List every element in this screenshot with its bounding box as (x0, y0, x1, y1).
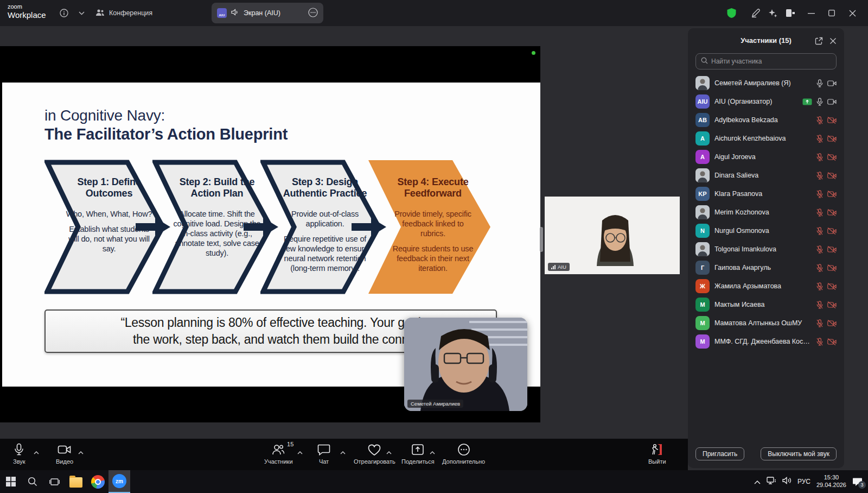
search-input[interactable] (711, 58, 831, 65)
participant-row[interactable]: A Aigul Joroeva (688, 148, 844, 166)
share-screen-icon (411, 443, 424, 457)
invite-button[interactable]: Пригласить (695, 447, 744, 460)
participant-name: Мактым Исаева (714, 301, 812, 308)
participant-search[interactable] (695, 53, 837, 69)
speaker-name-text: AIU (558, 264, 566, 270)
self-video-tile[interactable]: Семетей Амиралиев (404, 318, 527, 411)
participant-name: Жамила Арзыматова (714, 282, 812, 290)
participant-row[interactable]: Tolgonai Imankulova (688, 240, 844, 258)
avatar-initials: N (700, 227, 705, 234)
network-icon[interactable] (767, 477, 776, 487)
step-1-heading: Step 1: Define Outcomes (65, 176, 153, 199)
participant-status (816, 116, 837, 124)
audio-options-chevron[interactable] (34, 447, 39, 457)
participant-row[interactable]: М Маматова Алтынкыз ОшМУ (688, 314, 844, 332)
task-view-icon[interactable] (43, 470, 65, 493)
ai-sparkle-icon[interactable] (765, 5, 781, 21)
popout-window-icon[interactable] (782, 5, 799, 21)
participants-options-chevron[interactable] (297, 447, 303, 457)
participant-row[interactable]: AIU AIU (Организатор) (688, 92, 844, 111)
zoom-app-icon[interactable]: zm (108, 470, 130, 493)
self-name-text: Семетей Амиралиев (411, 401, 460, 407)
participant-status (816, 190, 837, 198)
participant-status (816, 135, 837, 143)
participant-row[interactable]: Ж Жамила Арзыматова (688, 277, 844, 295)
more-button[interactable]: Дополнительно (442, 443, 485, 465)
step-4-heading: Step 4: Execute Feedforward (389, 176, 477, 199)
start-button[interactable] (0, 470, 22, 493)
avatar (695, 205, 710, 219)
camera-status-icon (827, 209, 837, 216)
participant-row[interactable]: A Aichurok Kenzhebaiova (688, 129, 844, 148)
participant-row[interactable]: KP Klara Pasanova (688, 185, 844, 203)
taskbar-clock[interactable]: 15:30 29.04.2026 (816, 474, 846, 489)
chrome-icon[interactable] (87, 470, 108, 493)
leave-button[interactable]: Выйти (648, 443, 666, 465)
avatar: М (695, 334, 710, 349)
annotate-pencil-icon[interactable] (748, 5, 764, 21)
speaker-video-tile[interactable]: AIU (545, 197, 680, 274)
tab-meeting[interactable]: Конференция (95, 5, 152, 21)
participant-row[interactable]: Merim Kozhonova (688, 203, 844, 222)
popout-panel-icon[interactable] (814, 36, 824, 46)
self-video-feed (404, 318, 527, 411)
file-explorer-icon[interactable] (65, 470, 87, 493)
participant-row[interactable]: N Nurgul Osmonova (688, 222, 844, 240)
chat-label: Чат (319, 458, 329, 465)
close-button[interactable] (844, 5, 860, 21)
audio-button[interactable]: Звук (13, 443, 25, 465)
participant-name: Семетей Амиралиев (Я) (714, 79, 812, 87)
close-panel-icon[interactable] (828, 36, 838, 46)
camera-status-icon (827, 320, 837, 327)
participant-row[interactable]: М Мактым Исаева (688, 295, 844, 314)
participant-row[interactable]: AB Adylbekova Bekzada (688, 111, 844, 129)
avatar: AIU (695, 94, 710, 109)
chat-button[interactable]: Чат (317, 443, 330, 465)
notification-count-badge: 3 (858, 481, 866, 489)
avatar: N (695, 224, 710, 238)
maximize-button[interactable] (824, 5, 840, 21)
mic-status-icon (816, 79, 823, 87)
security-shield-icon[interactable] (723, 5, 739, 21)
avatar-initials: Ж (700, 283, 705, 289)
camera-status-icon (827, 283, 837, 290)
info-icon[interactable] (59, 8, 69, 18)
chat-options-chevron[interactable] (340, 447, 346, 457)
react-options-chevron[interactable] (386, 447, 392, 457)
tab-options-icon[interactable] (308, 8, 318, 19)
video-options-chevron[interactable] (78, 447, 84, 457)
participant-row[interactable]: Семетей Амиралиев (Я) (688, 74, 844, 92)
language-indicator[interactable]: РУС (797, 478, 810, 485)
step-4-body1: Provide timely, specific feedback linked… (389, 210, 477, 239)
participant-name: Aigul Joroeva (714, 153, 812, 161)
participant-name: Tolgonai Imankulova (714, 245, 812, 253)
participant-row[interactable]: Dinara Salieva (688, 166, 844, 185)
taskbar-search-icon[interactable] (22, 470, 43, 493)
chevron-down-icon[interactable] (76, 8, 87, 18)
participant-name: Aichurok Kenzhebaiova (714, 135, 812, 142)
avatar-initials: KP (698, 191, 706, 197)
participants-count-badge: 15 (287, 441, 293, 447)
participant-row[interactable]: Г Гаипова Анаргуль (688, 258, 844, 277)
avatar (695, 76, 710, 90)
tray-expand-chevron[interactable] (754, 477, 761, 486)
participant-row[interactable]: М ММФ. СГД. Джеенбаева Космира Аж... (688, 332, 844, 351)
system-tray: РУС 15:30 29.04.2026 3 (754, 474, 868, 489)
tab-screen-share[interactable]: AIU Экран (AIU) (212, 3, 323, 23)
avatar-initials: A (700, 135, 705, 142)
video-button[interactable]: Видео (56, 443, 73, 465)
participant-name: Гаипова Анаргуль (714, 264, 812, 271)
mute-my-audio-button[interactable]: Выключить мой звук (761, 447, 837, 460)
participant-status (816, 153, 837, 161)
minimize-button[interactable] (803, 5, 819, 21)
recording-dot (532, 51, 535, 55)
photo-avatar-silhouette (695, 168, 710, 182)
taskbar-time: 15:30 (816, 474, 846, 482)
share-options-chevron[interactable] (430, 447, 435, 457)
stage-scrollbar[interactable] (540, 227, 543, 252)
volume-icon[interactable] (782, 477, 792, 486)
notification-center-icon[interactable]: 3 (852, 477, 863, 486)
mic-icon (14, 443, 24, 457)
camera-icon (58, 443, 72, 457)
participants-button[interactable]: 15 Участники (264, 443, 293, 465)
